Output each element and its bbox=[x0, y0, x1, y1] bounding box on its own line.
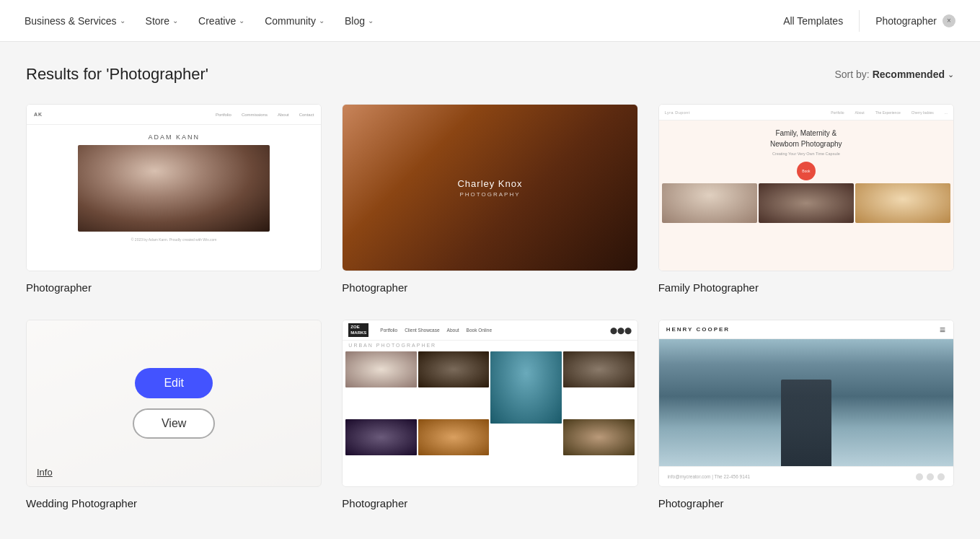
template-thumbnail-3: Lyra Dupont Portfolio About The Experien… bbox=[658, 104, 954, 271]
nav-label-blog: Blog bbox=[345, 15, 365, 27]
chevron-down-icon: ⌄ bbox=[948, 70, 954, 79]
template-name-2: Photographer bbox=[342, 281, 637, 294]
template-name-4: Wedding Photographer bbox=[26, 497, 322, 509]
nav-search-tag: Photographer × bbox=[865, 14, 966, 27]
nav-item-creative[interactable]: Creative ⌄ bbox=[188, 0, 255, 42]
nav-right: All Templates Photographer × bbox=[773, 10, 966, 32]
thumbnail-preview-6: HENRY COOPER ≡ info@mycreator.com | The … bbox=[659, 320, 953, 486]
chevron-down-icon: ⌄ bbox=[120, 17, 125, 25]
template-thumbnail-2: Charley Knox PHOTOGRAPHY bbox=[342, 104, 637, 271]
nav-divider bbox=[859, 10, 860, 32]
templates-grid: AK Portfolio Commissions About Contact A… bbox=[26, 104, 954, 509]
edit-button[interactable]: Edit bbox=[135, 368, 213, 398]
template-card-6[interactable]: HENRY COOPER ≡ info@mycreator.com | The … bbox=[658, 320, 954, 509]
t6-menu-icon: ≡ bbox=[940, 324, 946, 336]
t3-cta-area: Book bbox=[659, 162, 953, 180]
t6-footer: info@mycreator.com | The 22-456 9141 bbox=[659, 466, 953, 486]
view-button[interactable]: View bbox=[133, 408, 215, 439]
thumbnail-preview-2: Charley Knox PHOTOGRAPHY bbox=[343, 105, 637, 271]
navigation: Business & Services ⌄ Store ⌄ Creative ⌄… bbox=[0, 0, 980, 42]
t3-cta-btn: Book bbox=[797, 162, 816, 180]
t3-main-title: Family, Maternity &Newborn Photography bbox=[674, 128, 939, 149]
close-search-button[interactable]: × bbox=[943, 14, 955, 27]
main-content: Results for 'Photographer' Sort by: Reco… bbox=[0, 42, 980, 533]
t5-tagline: URBAN PHOTOGRAPHER bbox=[343, 341, 637, 350]
nav-item-business[interactable]: Business & Services ⌄ bbox=[14, 0, 136, 42]
t2-overlay-text: Charley Knox PHOTOGRAPHY bbox=[457, 178, 522, 198]
t2-sub: PHOTOGRAPHY bbox=[457, 191, 522, 198]
results-title: Results for 'Photographer' bbox=[26, 65, 208, 84]
close-icon: × bbox=[947, 17, 951, 25]
nav-left: Business & Services ⌄ Store ⌄ Creative ⌄… bbox=[14, 0, 773, 42]
t6-figure bbox=[781, 380, 831, 466]
t5-logo: ZOEMARKS bbox=[348, 323, 368, 336]
thumbnail-preview-1: AK Portfolio Commissions About Contact A… bbox=[27, 105, 321, 271]
sort-by-value: Recommended bbox=[873, 69, 945, 80]
nav-label-community: Community bbox=[265, 15, 316, 27]
template-card-5[interactable]: ZOEMARKS Portfolio Client Showcase About… bbox=[342, 320, 637, 509]
nav-item-blog[interactable]: Blog ⌄ bbox=[335, 0, 384, 42]
t5-photo-grid bbox=[343, 350, 637, 486]
search-tag-label: Photographer bbox=[875, 15, 937, 27]
t2-name: Charley Knox bbox=[457, 178, 522, 189]
chevron-down-icon: ⌄ bbox=[319, 17, 325, 25]
nav-all-templates[interactable]: All Templates bbox=[773, 15, 853, 27]
t5-nav-links: Portfolio Client Showcase About Book Onl… bbox=[380, 328, 492, 333]
template-thumbnail-1: AK Portfolio Commissions About Contact A… bbox=[26, 104, 322, 271]
results-header: Results for 'Photographer' Sort by: Reco… bbox=[26, 65, 954, 84]
t1-body: ADAM KANN © 2023 by Adam Kann. Proudly c… bbox=[27, 125, 321, 271]
sort-by-control[interactable]: Sort by: Recommended ⌄ bbox=[834, 69, 954, 80]
template-name-3: Family Photographer bbox=[658, 281, 954, 294]
nav-item-store[interactable]: Store ⌄ bbox=[136, 0, 188, 42]
template-thumbnail-4: Edit View Info bbox=[26, 320, 322, 487]
t1-photographer-name: ADAM KANN bbox=[148, 133, 200, 141]
template-card-2[interactable]: Charley Knox PHOTOGRAPHY Photographer bbox=[342, 104, 637, 294]
template-name-1: Photographer bbox=[26, 281, 322, 294]
thumbnail-preview-5: ZOEMARKS Portfolio Client Showcase About… bbox=[343, 320, 637, 486]
template-card-3[interactable]: Lyra Dupont Portfolio About The Experien… bbox=[658, 104, 954, 294]
t6-hero bbox=[659, 339, 953, 466]
nav-label-store: Store bbox=[146, 15, 169, 27]
thumbnail-preview-3: Lyra Dupont Portfolio About The Experien… bbox=[659, 105, 953, 271]
template-name-5: Photographer bbox=[342, 497, 637, 509]
sort-by-label: Sort by: bbox=[834, 69, 869, 80]
t3-subtitle: Creating Your Very Own Time Capsule bbox=[674, 152, 939, 156]
t3-title-area: Family, Maternity &Newborn Photography C… bbox=[659, 120, 953, 159]
t5-nav: ZOEMARKS Portfolio Client Showcase About… bbox=[343, 320, 637, 341]
nav-item-community[interactable]: Community ⌄ bbox=[255, 0, 335, 42]
chevron-down-icon: ⌄ bbox=[368, 17, 374, 25]
chevron-down-icon: ⌄ bbox=[239, 17, 244, 25]
t1-photo bbox=[78, 145, 269, 232]
template-thumbnail-6: HENRY COOPER ≡ info@mycreator.com | The … bbox=[658, 320, 954, 487]
nav-label-business: Business & Services bbox=[25, 15, 117, 27]
t6-brand: HENRY COOPER bbox=[666, 326, 730, 333]
t3-photos bbox=[659, 183, 953, 223]
template-thumbnail-5: ZOEMARKS Portfolio Client Showcase About… bbox=[342, 320, 637, 487]
info-link[interactable]: Info bbox=[37, 467, 53, 478]
template-name-6: Photographer bbox=[658, 497, 954, 509]
t1-nav: AK Portfolio Commissions About Contact bbox=[27, 105, 321, 125]
nav-label-creative: Creative bbox=[198, 15, 236, 27]
chevron-down-icon: ⌄ bbox=[172, 17, 178, 25]
t6-nav: HENRY COOPER ≡ bbox=[659, 320, 953, 339]
template-card-1[interactable]: AK Portfolio Commissions About Contact A… bbox=[26, 104, 322, 294]
t3-nav: Lyra Dupont Portfolio About The Experien… bbox=[659, 105, 953, 120]
template-card-4[interactable]: Edit View Info Wedding Photographer bbox=[26, 320, 322, 509]
template-overlay-4: Edit View Info bbox=[27, 320, 321, 486]
